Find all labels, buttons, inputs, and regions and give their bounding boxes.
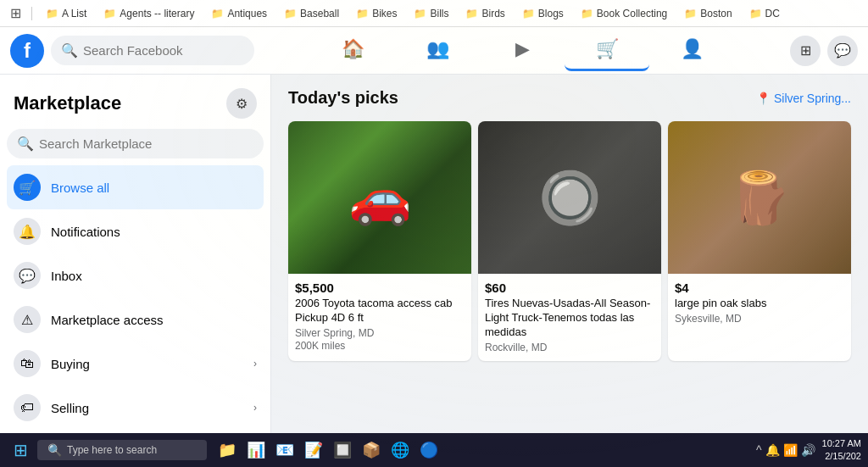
search-icon: 🔍 — [47, 443, 62, 457]
folder-icon: 📁 — [465, 8, 478, 19]
taskbar-search[interactable]: 🔍 Type here to search — [37, 440, 207, 460]
sidebar-item-buying[interactable]: 🛍 Buying › — [7, 342, 264, 386]
sidebar-title: Marketplace — [14, 92, 121, 114]
volume-icon[interactable]: 🔊 — [801, 443, 815, 457]
nav-watch-button[interactable]: ▶ — [480, 31, 565, 71]
sidebar-item-browse-all[interactable]: 🛒 Browse all — [7, 165, 264, 209]
buying-icon: 🛍 — [14, 350, 41, 377]
fb-logo[interactable]: f — [10, 34, 44, 68]
nav-marketplace-button[interactable]: 🛒 — [565, 31, 649, 71]
sidebar-item-inbox[interactable]: 💬 Inbox — [7, 253, 264, 297]
start-button[interactable]: ⊞ — [7, 436, 34, 464]
bookmark-item[interactable]: 📁Blogs — [515, 4, 570, 23]
header-search[interactable]: 🔍 — [51, 36, 254, 65]
folder-icon: 📁 — [46, 8, 58, 19]
listing-card[interactable]: $4 large pin oak slabs Sykesville, MD — [668, 121, 851, 361]
sidebar-item-label: Inbox — [51, 269, 82, 283]
browse-all-icon: 🛒 — [14, 174, 41, 201]
picks-header: Today's picks 📍 Silver Spring... — [288, 88, 851, 108]
sidebar-item-marketplace-access[interactable]: ⚠ Marketplace access — [7, 297, 264, 342]
listing-grid: $5,500 2006 Toyota tacoma access cab Pic… — [288, 121, 851, 361]
search-input[interactable] — [83, 43, 244, 58]
sidebar-item-notifications[interactable]: 🔔 Notifications — [7, 209, 264, 253]
apps-icon-button[interactable]: ⊞ — [790, 36, 821, 66]
sidebar-item-label: Buying — [51, 357, 90, 371]
listing-name: Tires Nuevas-Usadas-All Season-Light Tru… — [485, 297, 654, 340]
tiles-icon[interactable]: 🔲 — [329, 436, 356, 464]
settings-gear-button[interactable]: ⚙ — [226, 88, 257, 119]
gear-icon: ⚙ — [236, 96, 248, 112]
picks-title: Today's picks — [288, 88, 398, 108]
taskbar-right: ^ 🔔 📶 🔊 10:27 AM 2/15/202 — [756, 437, 861, 464]
edge-icon[interactable]: 🔵 — [415, 436, 442, 464]
dropbox-icon[interactable]: 📦 — [358, 436, 385, 464]
listing-card[interactable]: $5,500 2006 Toyota tacoma access cab Pic… — [288, 121, 471, 361]
separator — [31, 7, 32, 20]
outlook-icon[interactable]: 📧 — [271, 436, 298, 464]
chrome-icon[interactable]: 🌐 — [387, 436, 414, 464]
listing-location: Silver Spring, MD — [295, 327, 465, 339]
bookmark-item[interactable]: 📁Birds — [459, 4, 511, 23]
sidebar-item-label: Selling — [51, 401, 89, 415]
windows-icon: ⊞ — [14, 440, 28, 460]
header-nav: 🏠 👥 ▶ 🛒 👤 — [254, 31, 790, 71]
folder-icon: 📁 — [522, 8, 535, 19]
taskbar-app-icons: 📁 📊 📧 📝 🔲 📦 🌐 🔵 — [214, 436, 442, 464]
bookmark-item[interactable]: 📁Bills — [407, 4, 455, 23]
listing-location: Rockville, MD — [485, 342, 654, 353]
marketplace-search-input[interactable] — [39, 136, 253, 151]
file-explorer-icon[interactable]: 📁 — [214, 436, 241, 464]
main-content: Marketplace ⚙ 🔍 🛒 Browse all 🔔 Notificat… — [0, 75, 868, 433]
apps-grid-icon[interactable]: ⊞ — [7, 2, 25, 25]
bookmark-item[interactable]: 📁Agents -- literary — [97, 4, 201, 23]
folder-icon: 📁 — [749, 8, 762, 19]
bookmarks-bar: ⊞ 📁A List📁Agents -- literary📁Antiques📁Ba… — [0, 0, 868, 27]
folder-icon: 📁 — [211, 8, 224, 19]
listing-name: large pin oak slabs — [675, 297, 844, 311]
word-icon[interactable]: 📝 — [300, 436, 327, 464]
location-pin-icon: 📍 — [756, 92, 771, 105]
excel-icon[interactable]: 📊 — [242, 436, 270, 464]
fb-header: f 🔍 🏠 👥 ▶ 🛒 👤 ⊞ 💬 — [0, 27, 868, 75]
folder-icon: 📁 — [356, 8, 369, 19]
bookmark-item[interactable]: 📁Baseball — [277, 4, 346, 23]
search-icon: 🔍 — [17, 136, 34, 152]
bookmark-item[interactable]: 📁Bikes — [349, 4, 403, 23]
location-badge[interactable]: 📍 Silver Spring... — [756, 92, 851, 105]
bookmark-item[interactable]: 📁Antiques — [204, 4, 274, 23]
listing-card[interactable]: $60 Tires Nuevas-Usadas-All Season-Light… — [478, 121, 661, 361]
notifications-icon: 🔔 — [14, 218, 41, 245]
notification-icon[interactable]: 🔔 — [765, 443, 780, 457]
network-icon[interactable]: 📶 — [783, 443, 798, 457]
nav-home-button[interactable]: 🏠 — [310, 31, 395, 71]
sidebar-item-selling[interactable]: 🏷 Selling › — [7, 386, 264, 430]
chevron-right-icon: › — [253, 358, 257, 370]
listing-image — [478, 121, 661, 274]
folder-icon: 📁 — [414, 8, 426, 19]
folder-icon: 📁 — [684, 8, 697, 19]
taskbar-clock[interactable]: 10:27 AM 2/15/202 — [822, 437, 861, 464]
bookmark-item[interactable]: 📁Book Collecting — [574, 4, 674, 23]
sidebar-header: Marketplace ⚙ — [7, 85, 264, 125]
bookmark-item[interactable]: 📁DC — [743, 4, 787, 23]
marketplace-search[interactable]: 🔍 — [7, 129, 264, 158]
date-display: 2/15/202 — [822, 450, 861, 463]
messenger-icon-button[interactable]: 💬 — [827, 36, 858, 66]
time-display: 10:27 AM — [822, 437, 861, 450]
taskbar-search-label: Type here to search — [67, 444, 157, 456]
location-text: Silver Spring... — [774, 92, 851, 105]
system-tray-icons: ^ 🔔 📶 🔊 — [756, 443, 815, 457]
folder-icon: 📁 — [581, 8, 593, 19]
bookmark-item[interactable]: 📁A List — [39, 4, 93, 23]
sidebar-item-label: Browse all — [51, 181, 109, 195]
tray-caret-icon[interactable]: ^ — [756, 443, 762, 457]
header-right: ⊞ 💬 — [790, 36, 858, 66]
bookmark-item[interactable]: 📁Boston — [677, 4, 738, 23]
listing-info: $5,500 2006 Toyota tacoma access cab Pic… — [288, 274, 471, 359]
listing-image — [288, 121, 471, 274]
nav-friends-button[interactable]: 👥 — [395, 31, 480, 71]
folder-icon: 📁 — [284, 8, 297, 19]
nav-profile-button[interactable]: 👤 — [649, 31, 734, 71]
listing-info: $60 Tires Nuevas-Usadas-All Season-Light… — [478, 274, 661, 361]
marketplace-access-icon: ⚠ — [14, 306, 41, 333]
